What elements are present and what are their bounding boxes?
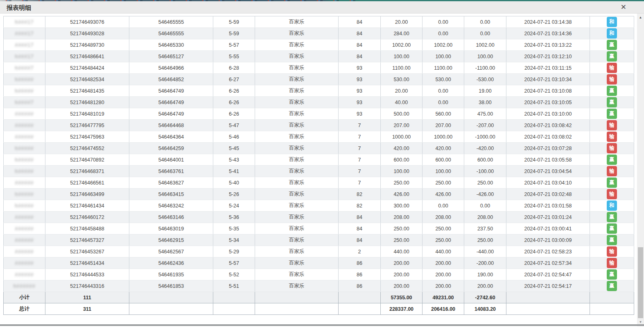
bet-time-cell: 2024-07-21 02:54:47 (506, 269, 590, 280)
round-no-cell (213, 303, 255, 315)
bet-amount-cell: 57355.00 (381, 292, 423, 303)
masked-username: ###### (15, 180, 34, 186)
round-no-cell: 5-29 (213, 246, 255, 257)
result-badge: 输 (607, 189, 617, 199)
round-id-cell: 546464468 (129, 120, 213, 131)
bet-time-cell (506, 292, 590, 303)
game-name-cell: 百家乐 (255, 269, 339, 280)
game-name-cell: 百家乐 (255, 280, 339, 292)
result-cell: 赢 (590, 108, 634, 120)
masked-username: ###### (15, 134, 34, 140)
win-loss-cell: 200.00 (464, 280, 506, 292)
bet-id-cell: 521746493076 (45, 16, 129, 28)
win-loss-cell: 1002.00 (464, 39, 506, 51)
game-name-cell: 百家乐 (255, 28, 339, 39)
result-cell: 输 (590, 246, 634, 257)
bet-amount-cell: 1100.00 (381, 62, 423, 74)
round-id-cell: 546465555 (129, 16, 213, 28)
round-id-cell: 546463242 (129, 200, 213, 212)
table-no-cell (339, 303, 381, 315)
bet-amount-cell: 20.00 (381, 16, 423, 28)
round-id-cell: 546461853 (129, 280, 213, 292)
result-badge: 赢 (607, 235, 617, 245)
win-loss-cell: -2742.60 (464, 292, 506, 303)
masked-username: ####17 (15, 42, 34, 48)
round-no-cell: 6-28 (213, 62, 255, 74)
valid-amount-cell: 440.00 (423, 246, 464, 257)
result-cell: 和 (590, 28, 634, 39)
masked-username: ###### (15, 226, 34, 232)
scroll-up-icon[interactable]: ▲ (637, 14, 644, 21)
result-cell: 输 (590, 62, 634, 74)
round-no-cell: 5-59 (213, 16, 255, 28)
valid-amount-cell: 0.00 (423, 85, 464, 97)
result-cell: 赢 (590, 51, 634, 62)
summary-label-cell: 小计 (4, 292, 45, 303)
round-id-cell: 546461935 (129, 269, 213, 280)
username-cell: ###### (4, 246, 45, 257)
win-loss-cell: 250.00 (464, 235, 506, 246)
bet-amount-cell: 20.00 (381, 85, 423, 97)
round-no-cell: 5-59 (213, 28, 255, 39)
bet-amount-cell: 300.00 (381, 200, 423, 212)
game-name-cell: 百家乐 (255, 120, 339, 131)
masked-username: h##### (15, 157, 34, 163)
table-row: ######5217464759635464643645-46百家乐71000.… (4, 131, 634, 143)
win-loss-cell: -1000.00 (464, 131, 506, 143)
round-id-cell (129, 303, 213, 315)
bet-amount-cell: 208.00 (381, 212, 423, 223)
close-icon[interactable]: ✕ (621, 3, 626, 11)
username-cell: h####7 (4, 97, 45, 108)
result-badge: 赢 (607, 40, 617, 50)
table-row: h####75217464844245464649666-28百家乐931100… (4, 62, 634, 74)
masked-username: ###### (15, 214, 34, 220)
round-id-cell: 546464852 (129, 74, 213, 85)
username-cell: h###17 (4, 51, 45, 62)
report-table-body: h###175217464930765464655555-59百家乐8420.0… (4, 16, 634, 315)
bet-amount-cell: 420.00 (381, 143, 423, 154)
table-no-cell: 82 (339, 200, 381, 212)
masked-username: h###17 (15, 54, 34, 59)
scrollbar-thumb[interactable] (638, 247, 643, 318)
game-name-cell: 百家乐 (255, 189, 339, 200)
result-badge: 赢 (607, 97, 617, 107)
bet-amount-cell: 1000.00 (381, 131, 423, 143)
result-badge: 输 (607, 258, 617, 268)
total-row: 总计311228337.00206416.0014083.20 (4, 303, 634, 315)
round-id-cell: 546464749 (129, 108, 213, 120)
game-name-cell: 百家乐 (255, 85, 339, 97)
username-cell: h###17 (4, 16, 45, 28)
round-no-cell: 5-52 (213, 269, 255, 280)
bet-time-cell: 2024-07-21 03:10:08 (506, 85, 590, 97)
username-cell: h##### (4, 200, 45, 212)
game-name-cell: 百家乐 (255, 177, 339, 189)
bet-time-cell: 2024-07-21 03:00:41 (506, 223, 590, 235)
win-loss-cell: 38.00 (464, 97, 506, 108)
bet-amount-cell: 100.00 (381, 166, 423, 177)
table-no-cell: 93 (339, 97, 381, 108)
summary-count-cell: 311 (45, 303, 129, 315)
bet-amount-cell: 228337.00 (381, 303, 423, 315)
table-row: ######5217464514345464624365-57百家乐86200.… (4, 257, 634, 269)
table-row: h######5217464433165464618535-51百家乐86200… (4, 280, 634, 292)
bet-time-cell: 2024-07-21 02:58:23 (506, 246, 590, 257)
bet-time-cell (506, 303, 590, 315)
bet-amount-cell: 100.00 (381, 51, 423, 62)
valid-amount-cell: 530.00 (423, 74, 464, 85)
round-no-cell: 5-41 (213, 166, 255, 177)
vertical-scrollbar[interactable]: ▲ ▼ (637, 14, 644, 326)
result-cell: 赢 (590, 212, 634, 223)
bet-amount-cell: 200.00 (381, 269, 423, 280)
username-cell: ###### (4, 269, 45, 280)
game-name-cell: 百家乐 (255, 143, 339, 154)
bet-time-cell: 2024-07-21 02:54:17 (506, 280, 590, 292)
table-no-cell: 82 (339, 189, 381, 200)
round-id-cell: 546464259 (129, 143, 213, 154)
win-loss-cell: 0.00 (464, 200, 506, 212)
bet-id-cell: 521746458488 (45, 223, 129, 235)
round-no-cell: 5-47 (213, 120, 255, 131)
username-cell: ###### (4, 108, 45, 120)
valid-amount-cell: 426.00 (423, 189, 464, 200)
win-loss-cell: -200.00 (464, 257, 506, 269)
result-badge: 和 (607, 200, 617, 211)
